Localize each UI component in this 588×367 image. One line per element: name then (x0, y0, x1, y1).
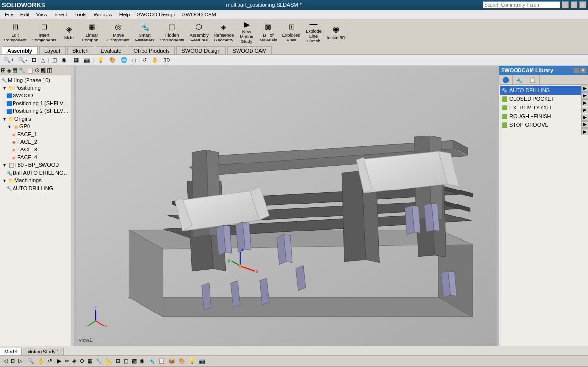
panel-btn-6[interactable]: ⊙ (35, 67, 40, 74)
view-scene[interactable]: 🌐 (119, 56, 129, 64)
view-zoom-out[interactable]: 🔍- (16, 56, 29, 64)
toolbar-instant3d[interactable]: ◉ Instant3D (325, 20, 348, 43)
toolbar-hidden-components[interactable]: ◫ HiddenComponents (158, 20, 187, 43)
panel-btn-2[interactable]: ◈ (7, 67, 11, 74)
menu-tools[interactable]: Tools (71, 11, 90, 18)
tree-item-face1[interactable]: ◈ FACE_1 (1, 130, 70, 138)
panel-btn-4[interactable]: 🔧 (18, 67, 26, 74)
bottom-btn-pan[interactable]: ✋ (36, 357, 46, 365)
title-right[interactable]: _ □ × (483, 1, 586, 8)
right-tab-2[interactable]: 🔩 (513, 75, 526, 84)
view-zoom-in[interactable]: 🔍+ (2, 56, 15, 64)
menu-help[interactable]: Help (116, 11, 133, 18)
toolbar-linear-component[interactable]: ▦ LinearCompon... (80, 20, 105, 43)
toolbar-exploded-view[interactable]: ⊞ ExplodedView (280, 20, 303, 43)
tree-item-positioning[interactable]: ▾ 📁 Positioning (1, 84, 70, 92)
view-display[interactable]: ◫ (50, 56, 59, 64)
bottom-btn-5[interactable]: ⊙ (78, 357, 85, 365)
tab-sketch[interactable]: Sketch (67, 46, 94, 54)
menu-file[interactable]: File (2, 11, 16, 18)
side-icon-7[interactable]: ▶ (581, 128, 588, 135)
cam-item-extremity-cut[interactable]: 🟩 EXTREMITY CUT (500, 103, 587, 112)
panel-btn-8[interactable]: ◫ (47, 67, 52, 74)
close-button[interactable]: × (579, 1, 586, 8)
3d-viewport[interactable]: x y z view1 Z X Y (74, 66, 499, 346)
tree-item-face4[interactable]: ◈ FACE_4 (1, 153, 70, 161)
toolbar-move-component[interactable]: ◎ MoveComponent (105, 20, 132, 43)
view-pan[interactable]: ✋ (150, 56, 160, 64)
tree-item-positioning2[interactable]: 🟦 Positioning 2 (SHELVE1-1) (1, 107, 70, 115)
toolbar-smart-fasteners[interactable]: 🔩 SmartFasteners (133, 20, 157, 43)
panel-btn-5[interactable]: 📋 (27, 67, 34, 74)
tree-item-t80[interactable]: ▾ 📋 T80 - BP_SWOOD (1, 161, 70, 169)
menu-window[interactable]: Window (91, 11, 115, 18)
right-tab-1[interactable]: 🔵 (499, 75, 513, 84)
tree-item-machinings[interactable]: ▾ 📁 Machinings (1, 177, 70, 184)
bottom-btn-3[interactable]: ▷ (17, 357, 24, 365)
tree-item-milling[interactable]: 🔧 Milling (Phase 10) (1, 76, 70, 84)
panel-btn-3[interactable]: ▦ (12, 67, 17, 74)
side-icon-3[interactable]: ▶ (581, 99, 588, 106)
toolbar-bill-of-materials[interactable]: ▩ Bill ofMaterials (257, 20, 280, 43)
tab-evaluate[interactable]: Evaluate (96, 46, 127, 54)
menu-view[interactable]: View (33, 11, 51, 18)
bottom-btn-1[interactable]: ◁ (2, 357, 9, 365)
view-section[interactable]: ▦ (72, 56, 81, 64)
tab-swood-design[interactable]: SWOOD Design (176, 46, 225, 54)
side-icon-4[interactable]: ▶ (581, 107, 588, 113)
panel-btn-1[interactable]: ⊞ (1, 67, 6, 74)
toolbar-mate[interactable]: ◈ Mate (60, 20, 79, 43)
side-icon-6[interactable]: ▶ (581, 121, 588, 128)
tree-item-auto-drilling[interactable]: 🔧 AUTO DRILLING (1, 184, 70, 192)
right-panel-close[interactable]: × (580, 68, 586, 73)
tab-office-products[interactable]: Office Products (128, 46, 175, 54)
bottom-btn-sketch[interactable]: ✏ (63, 357, 70, 365)
bottom-tab-motion-study[interactable]: Motion Study 1 (23, 348, 64, 355)
tree-item-origins[interactable]: ▾ 📁 Origins (1, 115, 70, 122)
toolbar-insert-components[interactable]: ⊡ InsertComponents (30, 20, 59, 43)
tab-layout[interactable]: Layout (39, 46, 66, 54)
bottom-btn-rotate[interactable]: ↺ (46, 357, 54, 365)
side-icon-5[interactable]: ▶ (581, 114, 588, 121)
tree-item-positioning1[interactable]: 🟦 Positioning 1 (SHELVE2-1) (1, 99, 70, 107)
search-input[interactable] (483, 1, 560, 8)
tree-item-gp0[interactable]: ▾ ◎ GP0 (1, 122, 70, 130)
view-appearances[interactable]: 🎨 (107, 56, 118, 64)
tree-item-face3[interactable]: ◈ FACE_3 (1, 146, 70, 153)
bottom-btn-13[interactable]: 🔩 (147, 357, 156, 365)
bottom-btn-15[interactable]: 📦 (167, 357, 177, 365)
menu-swood-design[interactable]: SWOOD Design (134, 11, 178, 18)
cam-item-stop-groove[interactable]: 🟩 STOP GROOVE (500, 121, 587, 129)
view-orient[interactable]: △ (39, 56, 47, 64)
bottom-btn-4[interactable]: ◈ (71, 357, 78, 365)
tree-item-face2[interactable]: ◈ FACE_2 (1, 138, 70, 146)
cam-item-auto-drilling[interactable]: 🔩 AUTO DRILLING (500, 86, 587, 95)
bottom-btn-18[interactable]: 📷 (197, 357, 207, 365)
bottom-btn-16[interactable]: 🎨 (177, 357, 187, 365)
view-3d[interactable]: 3D (161, 56, 172, 64)
bottom-btn-7[interactable]: 🔧 (94, 357, 104, 365)
view-lights[interactable]: 💡 (96, 56, 106, 64)
toolbar-reference-geometry[interactable]: ◈ ReferenceGeometry (212, 20, 237, 43)
right-tab-3[interactable]: 📋 (526, 75, 540, 84)
menu-edit[interactable]: Edit (17, 11, 32, 18)
bottom-btn-2[interactable]: ⊡ (9, 357, 16, 365)
bottom-btn-10[interactable]: ◫ (122, 357, 130, 365)
view-decals[interactable]: □ (130, 56, 138, 64)
bottom-btn-14[interactable]: 📋 (157, 357, 167, 365)
view-hide-show[interactable]: ◉ (60, 56, 69, 64)
side-icon-1[interactable]: ▶ (581, 85, 588, 92)
cam-item-rough-finish[interactable]: 🟩 ROUGH +FINISH (500, 112, 587, 121)
tree-item-swood[interactable]: 🟦 SWOOD (1, 92, 70, 99)
view-fit[interactable]: ⊡ (30, 56, 38, 64)
bottom-tab-model[interactable]: Model (0, 348, 22, 355)
view-camera[interactable]: 📷 (82, 56, 92, 64)
bottom-btn-11[interactable]: ▩ (130, 357, 138, 365)
toolbar-explode-line-sketch[interactable]: — ExplodeLineSketch (304, 20, 324, 43)
bottom-btn-select[interactable]: ▶ (56, 357, 63, 365)
tab-swood-cam[interactable]: SWOOD CAM (227, 46, 272, 54)
bottom-btn-zoom[interactable]: 🔍 (26, 357, 36, 365)
view-rotate[interactable]: ↺ (140, 56, 149, 64)
bottom-btn-6[interactable]: ▦ (86, 357, 94, 365)
toolbar-assembly-features[interactable]: ⬡ AssemblyFeatures (188, 20, 211, 43)
